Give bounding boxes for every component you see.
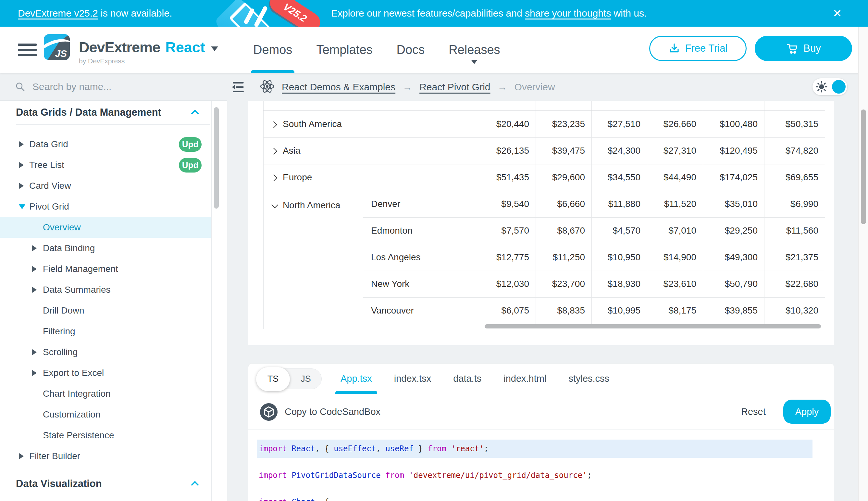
table-row[interactable]: North AmericaDenver$9,540$6,660$11,880$1… [264,191,825,217]
expand-row-icon[interactable] [271,121,277,128]
platform-selector[interactable]: React [165,39,205,56]
sidebar-item-data-summaries[interactable]: Data Summaries [0,279,211,300]
collapse-row-icon[interactable] [271,201,278,208]
banner-version-link[interactable]: DevExtreme v25.2 [18,8,98,19]
expand-arrow-icon[interactable] [19,162,24,168]
expand-arrow-icon[interactable] [19,453,24,459]
collapse-sidebar-icon[interactable] [230,80,245,94]
amount-cell: $49,300 [703,244,765,271]
sidebar-section-data-grids-data-management[interactable]: Data Grids / Data Management [0,103,211,122]
copy-to-codesandbox-button[interactable]: Copy to CodeSandBox [285,406,381,417]
devextreme-js-logo[interactable]: JS [44,34,70,60]
releases-caret-icon [471,60,477,64]
sidebar-item-overview[interactable]: Overview [0,217,211,238]
amount-cell: $21,375 [765,244,825,271]
expand-arrow-icon[interactable] [19,141,24,148]
amount-cell: $8,835 [536,297,592,324]
sidebar-item-drill-down[interactable]: Drill Down [0,300,211,321]
theme-toggle-knob[interactable] [832,80,846,94]
buy-button[interactable]: Buy [755,36,852,61]
divider [16,125,210,125]
expand-arrow-icon[interactable] [19,183,24,189]
free-trial-button[interactable]: Free Trial [649,36,747,61]
table-row[interactable]: South America$20,440$23,235$27,510$26,66… [264,111,825,137]
banner-message-center: Explore our newest features/capabilities… [331,0,647,26]
expand-row-icon[interactable] [271,148,277,154]
sidebar-item-state-persistence[interactable]: State Persistence [0,425,211,446]
nav-demos[interactable]: Demos [253,26,292,73]
reset-button[interactable]: Reset [741,406,766,417]
language-toggle-ts[interactable]: TS [256,367,290,391]
amount-cell: $100,480 [703,111,765,137]
updated-badge: Upd [179,137,201,152]
file-tabs: App.tsxindex.tsxdata.tsindex.htmlstyles.… [341,364,609,394]
pivot-horizontal-scrollbar[interactable] [485,324,821,329]
expand-arrow-icon[interactable] [32,349,37,355]
expand-arrow-icon[interactable] [32,245,37,252]
language-toggle-js[interactable]: JS [290,369,321,390]
language-toggle[interactable]: TS JS [257,369,322,389]
apply-button[interactable]: Apply [783,399,831,424]
banner-close-icon[interactable]: ✕ [833,0,842,26]
amount-cell: $120,495 [703,137,765,164]
nav-releases[interactable]: Releases [449,26,500,73]
breadcrumb-demos-link[interactable]: React Demos & Examples [282,82,395,93]
chevron-up-icon [191,481,199,489]
page-scrollbar[interactable] [858,26,868,501]
code-lines: import React, { useEffect, useRef } from… [248,440,834,501]
sidebar-item-filtering[interactable]: Filtering [0,321,211,342]
tab-styles-css[interactable]: styles.css [568,364,609,394]
sidebar-item-card-view[interactable]: Card View [0,175,211,196]
share-your-thoughts-link[interactable]: share your thoughts [525,8,611,19]
amount-cell: $8,175 [647,297,703,324]
sidebar-item-pivot-grid[interactable]: Pivot Grid [0,196,211,217]
menu-icon[interactable] [18,44,37,59]
platform-caret-icon[interactable] [211,46,218,51]
amount-cell: $7,570 [484,217,536,244]
search-bar[interactable] [0,73,227,101]
city-cell: Vancouver [363,297,484,324]
download-icon [668,43,680,54]
amount-cell: $6,660 [536,191,592,217]
sidebar-item-tree-list[interactable]: Tree ListUpd [0,154,211,175]
sidebar-section-data-visualization[interactable]: Data Visualization [0,475,211,493]
sidebar-item-filter-builder[interactable]: Filter Builder [0,446,211,467]
amount-cell: $20,440 [484,111,536,137]
expand-arrow-icon[interactable] [32,370,37,376]
amount-cell: $18,930 [592,271,647,297]
sidebar-item-scrolling[interactable]: Scrolling [0,342,211,363]
breadcrumb-pivot-grid-link[interactable]: React Pivot Grid [419,82,490,93]
sidebar-item-export-to-excel[interactable]: Export to Excel [0,363,211,383]
theme-toggle[interactable] [813,78,847,95]
amount-cell: $27,510 [592,111,647,137]
expand-row-icon[interactable] [271,174,277,181]
tab-app-tsx[interactable]: App.tsx [341,364,372,394]
tab-index-tsx[interactable]: index.tsx [394,364,431,394]
pivot-table: South America$20,440$23,235$27,510$26,66… [263,101,825,329]
expand-arrow-icon[interactable] [32,287,37,293]
nav-docs[interactable]: Docs [397,26,425,73]
codesandbox-icon[interactable] [260,403,277,421]
table-row[interactable]: Europe$51,435$29,600$34,550$44,490$174,0… [264,164,825,191]
expand-arrow-icon[interactable] [32,266,37,272]
code-editor[interactable]: import React, { useEffect, useRef } from… [248,430,834,501]
search-input[interactable] [32,81,214,92]
city-cell: Denver [363,191,484,217]
sidebar-item-data-binding[interactable]: Data Binding [0,238,211,259]
amount-cell: $11,250 [536,244,592,271]
tab-index-html[interactable]: index.html [504,364,546,394]
amount-cell: $9,540 [484,191,536,217]
region-cell[interactable]: North America [264,191,363,329]
amount-cell: $44,490 [647,164,703,191]
collapse-arrow-icon[interactable] [19,204,25,209]
sidebar-item-customization[interactable]: Customization [0,404,211,425]
amount-cell: $6,075 [484,297,536,324]
active-tab-underline [335,391,377,394]
sidebar-item-data-grid[interactable]: Data GridUpd [0,134,211,154]
table-row[interactable]: Asia$26,135$39,475$24,300$27,310$120,495… [264,137,825,164]
nav-templates[interactable]: Templates [316,26,372,73]
sidebar-scrollbar[interactable] [214,107,219,209]
tab-data-ts[interactable]: data.ts [453,364,481,394]
sidebar-item-chart-integration[interactable]: Chart Integration [0,383,211,404]
sidebar-item-field-management[interactable]: Field Management [0,259,211,279]
